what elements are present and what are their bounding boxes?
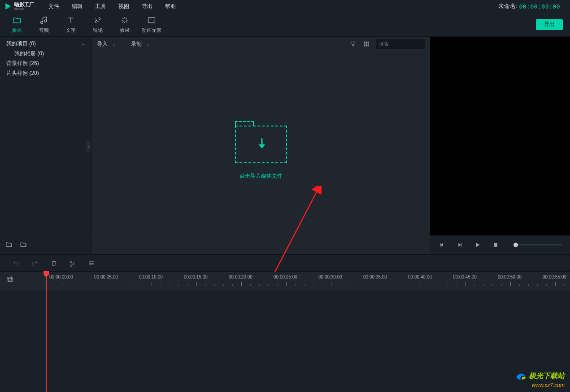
search-input-wrap[interactable] [376,39,425,49]
export-button[interactable]: 导出 [536,19,563,30]
menu-file[interactable]: 文件 [42,3,65,10]
tab-elements[interactable]: 动画元素 [138,16,165,34]
sidebar-item-label: 片头样例 (20) [6,70,39,77]
elements-icon [147,16,156,25]
add-track-button[interactable] [6,275,13,283]
svg-rect-1 [364,42,365,43]
menu-export[interactable]: 导出 [135,3,159,10]
tab-text-label: 文字 [66,27,76,34]
sidebar-collapse-handle[interactable]: ‹ [86,141,91,152]
folder-icon [13,16,22,25]
drop-folder-icon [235,126,287,163]
grid-icon[interactable] [363,40,370,48]
app-logo: 喵影工厂 filmora [4,2,40,11]
tab-audio-label: 音频 [39,27,49,34]
import-drop-zone[interactable]: 点击导入媒体文件 [91,51,430,254]
sidebar-item-intro[interactable]: 片头样例 (20) [0,68,91,78]
redo-button[interactable] [31,260,39,267]
tab-media-label: 媒体 [12,27,22,34]
delete-folder-icon[interactable] [20,241,27,248]
chevron-left-icon: ‹ [87,144,89,149]
tab-media[interactable]: 媒体 [4,16,30,34]
chevron-down-icon[interactable]: ⌄ [112,42,116,47]
prev-frame-button[interactable] [438,241,445,248]
record-dropdown[interactable]: 录制 [131,40,142,48]
watermark-icon [514,370,527,382]
svg-rect-4 [364,44,365,45]
preview-screen [430,37,570,235]
sidebar-item-label: 背景样例 (26) [6,60,39,67]
import-dropdown[interactable]: 导入 [97,40,108,48]
logo-text-cn: 喵影工厂 [14,2,34,7]
svg-rect-7 [364,45,365,47]
menu-help[interactable]: 帮助 [159,3,182,10]
next-frame-button[interactable] [456,241,463,248]
tab-text[interactable]: 文字 [57,16,84,34]
timeline-ruler[interactable]: 00:00:00:0000:00:05:0000:00:10:0000:00:1… [45,272,570,290]
menu-view[interactable]: 视图 [112,3,135,10]
tab-transition-label: 转场 [93,27,103,34]
watermark-url: www.xz7.com [532,382,565,388]
split-button[interactable] [69,260,76,267]
sidebar-item-myalbum[interactable]: 我的相册 (0) [0,48,91,58]
timeline-playhead[interactable] [46,272,47,392]
watermark: 极光下载站 www.xz7.com [514,370,565,388]
drop-zone-text: 点击导入媒体文件 [239,172,283,180]
timeline-tracks[interactable] [0,290,570,392]
tab-transition[interactable]: 转场 [84,16,111,34]
svg-rect-2 [366,42,367,43]
music-icon [39,16,48,25]
svg-rect-9 [368,45,369,47]
filter-icon[interactable] [349,40,357,48]
stop-button[interactable] [492,241,499,248]
project-time: 00:00:00:00 [519,3,560,10]
svg-rect-5 [366,44,367,45]
svg-rect-12 [494,243,497,247]
play-button[interactable] [474,241,481,248]
watermark-text: 极光下载站 [529,371,565,381]
sidebar-item-label: 我的相册 (0) [14,50,44,57]
effects-icon [120,16,129,25]
sidebar-item-bg[interactable]: 背景样例 (26) [0,58,91,68]
menu-tools[interactable]: 工具 [89,3,112,10]
text-icon [66,16,75,25]
svg-rect-13 [7,277,11,280]
svg-rect-6 [368,44,369,45]
adjust-button[interactable] [88,260,95,267]
menu-edit[interactable]: 编辑 [65,3,89,10]
chevron-down-icon[interactable]: ⌄ [146,42,150,47]
sidebar-item-myproject[interactable]: 我的项目 (0) ⌄ [0,39,91,48]
svg-rect-14 [9,279,13,282]
tab-elements-label: 动画元素 [142,27,161,34]
tab-effects[interactable]: 效果 [111,16,138,34]
add-folder-icon[interactable] [5,241,13,248]
tab-audio[interactable]: 音频 [30,16,57,34]
logo-text-en: filmora [14,7,34,10]
svg-rect-8 [366,45,367,47]
svg-rect-3 [368,42,369,43]
preview-slider[interactable] [513,244,562,245]
sidebar-item-label: 我的项目 (0) [6,40,36,48]
transition-icon [93,16,102,25]
tab-effects-label: 效果 [120,27,130,34]
chevron-down-icon: ⌄ [81,40,86,47]
undo-button[interactable] [13,260,20,267]
delete-button[interactable] [50,260,57,267]
project-name: 未命名: [498,2,518,10]
